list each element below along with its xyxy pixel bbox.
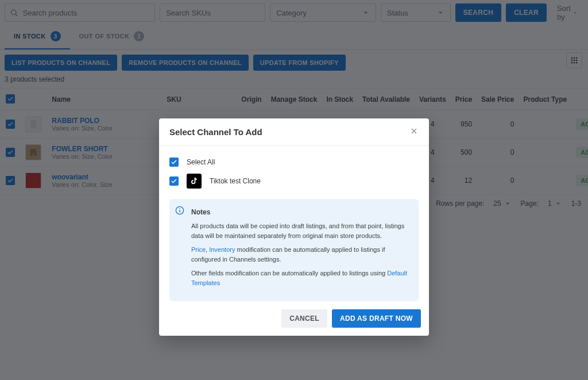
- price-link[interactable]: Price: [191, 246, 206, 253]
- select-all-label: Select All: [187, 158, 215, 166]
- tiktok-icon: [187, 174, 202, 189]
- note-line-3: Other fields modification can be automat…: [191, 268, 411, 288]
- note-line-1: All products data will be copied into dr…: [191, 221, 411, 241]
- select-all-checkbox[interactable]: [169, 158, 179, 167]
- inventory-link[interactable]: Inventory: [209, 246, 235, 253]
- select-all-row[interactable]: Select All: [169, 154, 419, 170]
- cancel-button[interactable]: CANCEL: [281, 309, 327, 328]
- add-channel-dialog: Select Channel To Add Select All Tiktok …: [159, 118, 429, 336]
- channel-name: Tiktok test Clone: [210, 177, 261, 185]
- channel-row[interactable]: Tiktok test Clone: [169, 170, 419, 192]
- close-button[interactable]: [409, 126, 419, 137]
- close-icon: [409, 126, 419, 136]
- info-icon: [175, 206, 184, 218]
- channel-checkbox[interactable]: [169, 176, 179, 186]
- notes-box: Notes All products data will be copied i…: [169, 199, 419, 301]
- dialog-title: Select Channel To Add: [169, 127, 262, 137]
- add-as-draft-button[interactable]: ADD AS DRAFT NOW: [332, 309, 421, 328]
- notes-title: Notes: [191, 207, 411, 218]
- note-line-2: Price, Inventory modification can be aut…: [191, 245, 411, 264]
- svg-point-15: [179, 208, 180, 209]
